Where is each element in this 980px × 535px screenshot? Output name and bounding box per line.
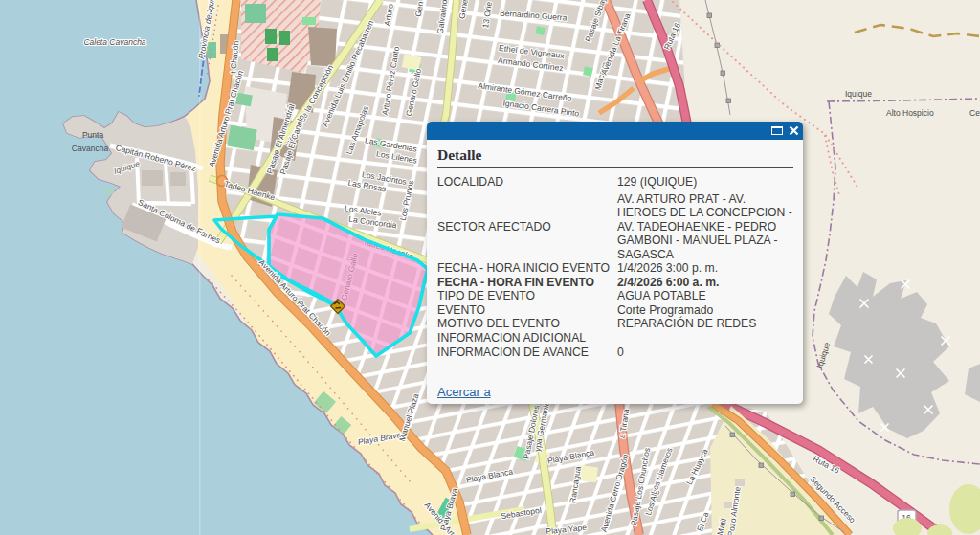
svg-text:Alto Hospicio: Alto Hospicio bbox=[886, 108, 934, 118]
svg-text:Punta: Punta bbox=[82, 130, 103, 140]
svg-text:Caleta Cavancha: Caleta Cavancha bbox=[83, 37, 145, 47]
svg-text:Ce: Ce bbox=[969, 108, 980, 118]
svg-text:Iquique: Iquique bbox=[845, 89, 872, 99]
svg-text:Cavancha: Cavancha bbox=[72, 144, 109, 153]
